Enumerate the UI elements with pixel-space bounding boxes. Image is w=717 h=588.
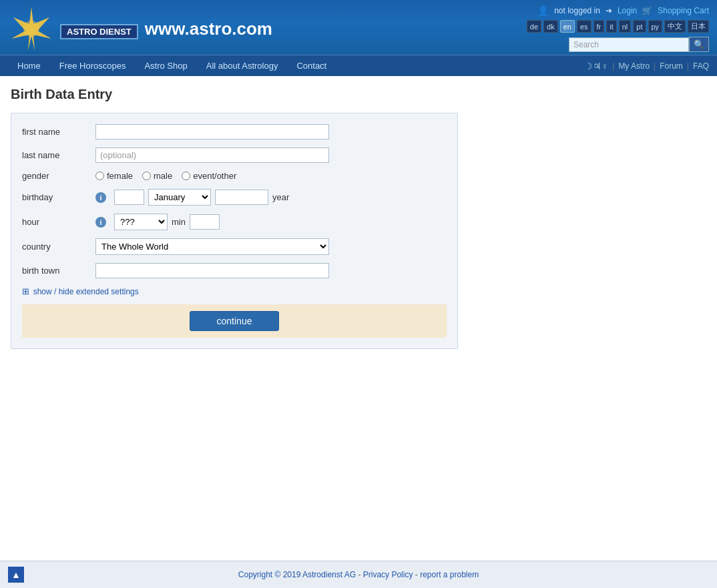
copyright-link[interactable]: Copyright © 2019 Astrodienst AG	[238, 570, 356, 579]
hour-info-icon[interactable]: i	[95, 217, 106, 228]
nav-about-astrology[interactable]: All about Astrology	[197, 55, 288, 76]
back-to-top-button[interactable]: ▲	[8, 567, 24, 583]
year-label: year	[272, 192, 289, 202]
extended-settings: ⊞ show / hide extended settings	[22, 286, 447, 296]
report-link[interactable]: report a problem	[420, 570, 479, 579]
divider-1: |	[612, 61, 614, 71]
login-link[interactable]: Login	[618, 6, 637, 15]
continue-area: continue	[22, 304, 447, 338]
birthday-day-input[interactable]	[114, 190, 144, 205]
page-title: Birth Data Entry	[11, 87, 706, 102]
footer: ▲ Copyright © 2019 Astrodienst AG - Priv…	[0, 561, 717, 588]
lang-de[interactable]: de	[527, 20, 541, 33]
lang-ru[interactable]: ру	[648, 20, 663, 33]
lang-zh[interactable]: 中文	[664, 20, 686, 33]
cart-link[interactable]: Shopping Cart	[658, 6, 709, 15]
gender-female-radio[interactable]	[95, 172, 104, 180]
gender-female-label: female	[107, 171, 133, 181]
gender-male[interactable]: male	[142, 171, 172, 181]
country-select[interactable]: The Whole World United States United Kin…	[95, 238, 329, 255]
nav-contact[interactable]: Contact	[287, 55, 336, 76]
last-name-input[interactable]	[95, 148, 329, 163]
divider-3: |	[687, 61, 689, 71]
lang-es[interactable]: es	[577, 20, 591, 33]
birthday-row: birthday i January February March April …	[22, 189, 447, 206]
not-logged-text: not logged in	[554, 6, 600, 15]
lang-nl[interactable]: nl	[619, 20, 632, 33]
birth-data-form: first name last name gender female	[11, 113, 458, 349]
plus-icon: ⊞	[22, 286, 29, 296]
footer-sep-1: -	[358, 570, 363, 579]
site-url: www.astro.com	[145, 19, 272, 39]
continue-button[interactable]: continue	[190, 311, 280, 331]
birthday-info-icon[interactable]: i	[95, 192, 106, 203]
gender-row: gender female male event/other	[22, 171, 447, 181]
search-input[interactable]	[569, 37, 689, 52]
nav-free-horoscopes[interactable]: Free Horoscopes	[50, 55, 136, 76]
first-name-label: first name	[22, 127, 95, 137]
birth-town-label: birth town	[22, 266, 95, 276]
last-name-label: last name	[22, 150, 95, 160]
lang-it[interactable]: it	[606, 20, 617, 33]
extended-settings-link[interactable]: show / hide extended settings	[33, 287, 139, 296]
nav-home[interactable]: Home	[8, 55, 50, 76]
gender-event-radio[interactable]	[182, 172, 190, 180]
birth-town-input[interactable]	[95, 263, 329, 278]
lang-jp[interactable]: 日本	[688, 20, 709, 33]
gender-event-label: event/other	[193, 171, 236, 181]
country-label: country	[22, 242, 95, 252]
faq-link[interactable]: FAQ	[693, 61, 709, 71]
gender-male-radio[interactable]	[142, 172, 151, 180]
svg-point-1	[23, 21, 39, 37]
first-name-row: first name	[22, 124, 447, 139]
my-astro-link[interactable]: My Astro	[618, 61, 650, 71]
gender-event[interactable]: event/other	[182, 171, 236, 181]
last-name-row: last name	[22, 148, 447, 163]
hour-row: hour i ??? 0123 4567 891011 12131415 161…	[22, 214, 447, 230]
search-button[interactable]: 🔍	[689, 37, 709, 52]
lang-fr[interactable]: fr	[593, 20, 605, 33]
gender-female[interactable]: female	[95, 171, 133, 181]
hour-select[interactable]: ??? 0123 4567 891011 12131415 16171819 2…	[114, 214, 168, 230]
birthday-label: birthday	[22, 192, 95, 202]
gender-label: gender	[22, 171, 95, 181]
arrow-icon: ➔	[606, 6, 612, 15]
gender-male-label: male	[154, 171, 172, 181]
logo[interactable]: ASTRO DIENST www.astro.com	[8, 5, 272, 52]
first-name-input[interactable]	[95, 124, 329, 139]
footer-links: Copyright © 2019 Astrodienst AG - Privac…	[238, 570, 479, 579]
min-input[interactable]	[190, 214, 220, 230]
astro-dienst-badge: ASTRO DIENST	[60, 24, 138, 39]
birth-town-row: birth town	[22, 263, 447, 278]
cart-icon: 🛒	[642, 6, 652, 15]
lang-en[interactable]: en	[560, 20, 575, 33]
birthday-year-input[interactable]	[215, 190, 268, 205]
astro-symbols: ☽♃♀	[584, 61, 609, 71]
user-icon: 👤	[537, 5, 549, 16]
forum-link[interactable]: Forum	[660, 61, 683, 71]
hour-label: hour	[22, 217, 95, 227]
divider-2: |	[654, 61, 656, 71]
min-label: min	[172, 217, 186, 227]
lang-pt[interactable]: pt	[633, 20, 646, 33]
country-row: country The Whole World United States Un…	[22, 238, 447, 255]
birthday-month-select[interactable]: January February March April May June Ju…	[148, 189, 211, 206]
lang-dk[interactable]: dk	[543, 20, 558, 33]
nav-astro-shop[interactable]: Astro Shop	[135, 55, 196, 76]
privacy-link[interactable]: Privacy Policy	[363, 570, 413, 579]
